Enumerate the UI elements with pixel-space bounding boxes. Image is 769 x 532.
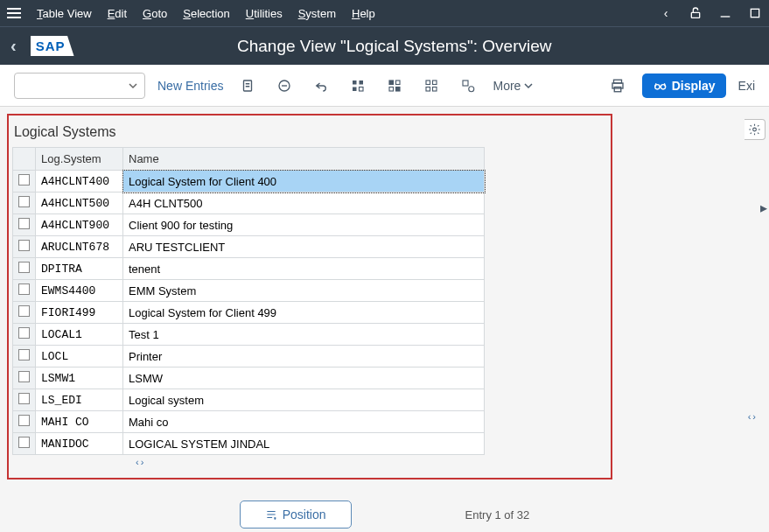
cell-name[interactable]: tenent bbox=[123, 258, 485, 280]
display-button[interactable]: Display bbox=[642, 74, 726, 98]
cell-name[interactable]: EMM System bbox=[123, 280, 485, 302]
checkbox-icon[interactable] bbox=[18, 218, 30, 229]
table-row[interactable]: A4HCLNT400Logical System for Client 400 bbox=[13, 171, 485, 192]
nav-prev-icon[interactable]: ‹ bbox=[659, 6, 673, 20]
minimize-icon[interactable] bbox=[718, 6, 732, 20]
row-checkbox-cell[interactable] bbox=[13, 192, 36, 214]
nav-right-icon[interactable]: › bbox=[752, 411, 756, 422]
cell-name[interactable]: Printer bbox=[123, 346, 485, 368]
variant-dropdown[interactable] bbox=[14, 73, 145, 99]
back-button-icon[interactable]: ‹ bbox=[10, 36, 17, 56]
row-checkbox-cell[interactable] bbox=[13, 280, 36, 302]
checkbox-icon[interactable] bbox=[18, 305, 30, 317]
select-block-icon[interactable] bbox=[382, 74, 407, 98]
table-row[interactable]: FIORI499Logical System for Client 499 bbox=[13, 302, 485, 324]
checkbox-icon[interactable] bbox=[18, 240, 30, 251]
table-row[interactable]: LOCLPrinter bbox=[13, 346, 485, 368]
new-entries-button[interactable]: New Entries bbox=[157, 79, 223, 93]
menu-item[interactable]: Edit bbox=[108, 7, 127, 20]
cell-log-system[interactable]: A4HCLNT500 bbox=[36, 192, 123, 214]
table-row[interactable]: LS_EDILogical system bbox=[13, 389, 485, 411]
table-row[interactable]: DPITRAtenent bbox=[13, 258, 485, 280]
delete-icon[interactable] bbox=[272, 74, 297, 98]
row-checkbox-cell[interactable] bbox=[13, 236, 36, 258]
cell-log-system[interactable]: LOCL bbox=[36, 346, 123, 368]
row-checkbox-cell[interactable] bbox=[13, 346, 36, 368]
select-all-icon[interactable] bbox=[346, 74, 370, 98]
cell-name[interactable]: LSMW bbox=[123, 368, 485, 389]
unlock-icon[interactable] bbox=[689, 6, 703, 20]
column-header-select[interactable] bbox=[13, 148, 36, 171]
checkbox-icon[interactable] bbox=[18, 393, 30, 404]
row-checkbox-cell[interactable] bbox=[13, 324, 36, 346]
nav-left-icon[interactable]: ‹ bbox=[136, 457, 139, 467]
position-button[interactable]: Position bbox=[240, 500, 352, 528]
nav-right-icon[interactable]: › bbox=[141, 457, 144, 467]
row-checkbox-cell[interactable] bbox=[13, 368, 36, 389]
table-row[interactable]: MAHI COMahi co bbox=[13, 411, 485, 433]
cell-log-system[interactable]: A4HCLNT900 bbox=[36, 214, 123, 236]
column-header-system[interactable]: Log.System bbox=[36, 148, 123, 171]
cell-log-system[interactable]: FIORI499 bbox=[36, 302, 123, 324]
checkbox-icon[interactable] bbox=[18, 174, 30, 186]
row-checkbox-cell[interactable] bbox=[13, 214, 36, 236]
row-checkbox-cell[interactable] bbox=[13, 171, 36, 192]
row-checkbox-cell[interactable] bbox=[13, 411, 36, 433]
menu-item[interactable]: Selection bbox=[183, 7, 229, 20]
menu-item[interactable]: Help bbox=[352, 7, 375, 20]
cell-log-system[interactable]: LOCAL1 bbox=[36, 324, 123, 346]
deselect-all-icon[interactable] bbox=[419, 74, 444, 98]
checkbox-icon[interactable] bbox=[18, 284, 30, 295]
menu-item[interactable]: Table View bbox=[37, 7, 92, 20]
menu-item[interactable]: Utilities bbox=[246, 7, 283, 20]
table-row[interactable]: LSMW1LSMW bbox=[13, 368, 485, 389]
checkbox-icon[interactable] bbox=[18, 349, 30, 360]
cell-log-system[interactable]: A4HCLNT400 bbox=[36, 171, 123, 192]
row-checkbox-cell[interactable] bbox=[13, 389, 36, 411]
column-header-name[interactable]: Name bbox=[123, 148, 485, 171]
checkbox-icon[interactable] bbox=[18, 415, 30, 426]
cell-log-system[interactable]: ARUCLNT678 bbox=[36, 236, 123, 258]
print-icon[interactable] bbox=[605, 74, 630, 98]
cell-name[interactable]: Logical system bbox=[123, 389, 485, 411]
scroll-right-icon[interactable]: ▸ bbox=[760, 200, 769, 217]
cell-name[interactable]: Test 1 bbox=[123, 324, 485, 346]
cell-name[interactable]: Logical System for Client 499 bbox=[123, 302, 485, 324]
cell-name[interactable]: Mahi co bbox=[123, 411, 485, 433]
cell-log-system[interactable]: LS_EDI bbox=[36, 389, 123, 411]
cell-log-system[interactable]: LSMW1 bbox=[36, 368, 123, 389]
checkbox-icon[interactable] bbox=[18, 437, 30, 448]
table-row[interactable]: A4HCLNT900Client 900 for testing bbox=[13, 214, 485, 236]
cell-name[interactable]: Client 900 for testing bbox=[123, 214, 485, 236]
table-row[interactable]: LOCAL1Test 1 bbox=[13, 324, 485, 346]
checkbox-icon[interactable] bbox=[18, 371, 30, 382]
table-row[interactable]: ARUCLNT678ARU TESTCLIENT bbox=[13, 236, 485, 258]
cell-name[interactable]: Logical System for Client 400 bbox=[123, 171, 485, 192]
copy-as-icon[interactable] bbox=[235, 74, 260, 98]
menu-item[interactable]: Goto bbox=[143, 7, 167, 20]
table-row[interactable]: A4HCLNT500A4H CLNT500 bbox=[13, 192, 485, 214]
settings-gear-icon[interactable] bbox=[745, 119, 766, 140]
cell-name[interactable]: A4H CLNT500 bbox=[123, 192, 485, 214]
cell-log-system[interactable]: MAHI CO bbox=[36, 411, 123, 433]
cell-log-system[interactable]: EWMS4400 bbox=[36, 280, 123, 302]
checkbox-icon[interactable] bbox=[18, 327, 30, 339]
undo-icon[interactable] bbox=[309, 74, 333, 98]
exit-button[interactable]: Exi bbox=[738, 79, 755, 93]
table-row[interactable]: EWMS4400EMM System bbox=[13, 280, 485, 302]
menu-item[interactable]: System bbox=[298, 7, 336, 20]
nav-left-icon[interactable]: ‹ bbox=[748, 411, 752, 422]
row-checkbox-cell[interactable] bbox=[13, 258, 36, 280]
cell-log-system[interactable]: DPITRA bbox=[36, 258, 123, 280]
menu-hamburger-icon[interactable] bbox=[7, 4, 24, 22]
maximize-icon[interactable] bbox=[748, 6, 762, 20]
config-icon[interactable] bbox=[456, 74, 480, 98]
cell-name[interactable]: ARU TESTCLIENT bbox=[123, 236, 485, 258]
cell-name[interactable]: LOGICAL SYSTEM JINDAL bbox=[123, 433, 485, 455]
row-checkbox-cell[interactable] bbox=[13, 302, 36, 324]
more-menu[interactable]: More bbox=[493, 79, 533, 93]
checkbox-icon[interactable] bbox=[18, 196, 30, 207]
checkbox-icon[interactable] bbox=[18, 262, 30, 273]
table-row[interactable]: MANIDOCLOGICAL SYSTEM JINDAL bbox=[13, 433, 485, 455]
cell-log-system[interactable]: MANIDOC bbox=[36, 433, 123, 455]
